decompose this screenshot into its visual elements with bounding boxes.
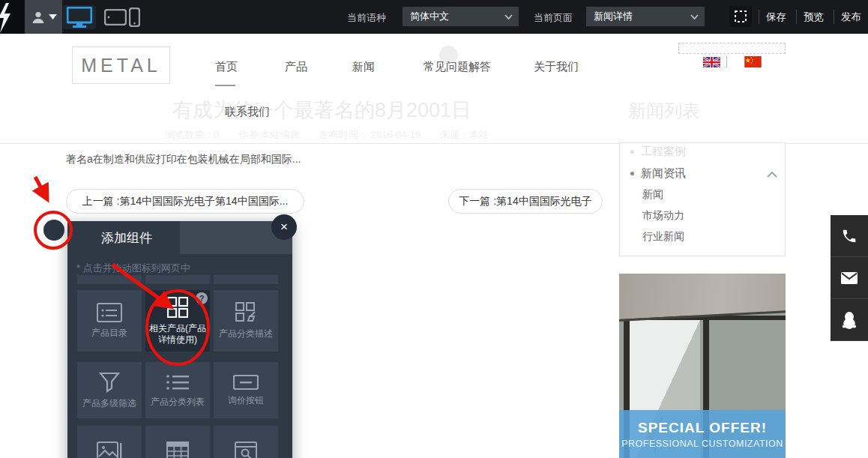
add-component-tab[interactable]: 添加组件 (67, 221, 180, 254)
tile-inquiry-button[interactable]: 询价按钮 (214, 362, 278, 418)
tile-search-component[interactable] (214, 426, 278, 458)
desktop-view-button[interactable] (63, 5, 96, 29)
nav-faq[interactable]: 常见问题解答 (424, 60, 491, 74)
divider (796, 10, 797, 24)
product-catalog-icon (97, 303, 122, 322)
bullet-icon (630, 150, 634, 154)
nav-home[interactable]: 首页 (215, 60, 238, 74)
qq-contact-button[interactable] (831, 299, 868, 341)
divider (726, 55, 727, 68)
sidebar-subitem-news[interactable]: 新闻 (642, 188, 663, 202)
tile-label: 询价按钮 (226, 395, 265, 406)
tile-label: 产品分类列表 (149, 397, 206, 408)
close-icon[interactable]: × (271, 214, 297, 240)
category-list-icon (166, 373, 190, 391)
nav-about[interactable]: 关于我们 (534, 60, 579, 74)
page-select[interactable]: 新闻详情 (586, 7, 705, 26)
chevron-down-icon (690, 14, 699, 19)
publish-button[interactable]: 发布 (841, 10, 861, 24)
site-logo[interactable]: METAL (72, 46, 170, 84)
nav-active-underline (215, 85, 235, 86)
tile-multi-filter[interactable]: 产品多级筛选 (77, 362, 142, 418)
user-menu[interactable] (25, 0, 62, 34)
mobile-icon (129, 7, 140, 27)
grid-select-button[interactable] (729, 6, 752, 27)
tile-label: 相关产品(产品详情使用) (145, 323, 210, 346)
tile-related-products[interactable]: ? 相关产品(产品详情使用) (145, 290, 210, 352)
inquiry-button-icon (233, 375, 259, 390)
divider (834, 10, 834, 24)
tile-category-description[interactable]: 产品分类描述 (214, 290, 278, 352)
uk-flag-icon[interactable] (703, 57, 720, 67)
component-tile-partial[interactable] (145, 275, 210, 284)
promo-caption: SPECIAL OFFER! PROFESSIONAL CUSTOMIZATIO… (619, 410, 786, 458)
sidebar-item-label: 工程案例 (641, 145, 686, 159)
phone-contact-button[interactable] (831, 215, 868, 257)
annotation-arrow-handle (35, 177, 46, 198)
tile-label: 产品目录 (90, 328, 129, 339)
tile-label: 产品分类描述 (217, 328, 274, 340)
language-value: 简体中文 (410, 10, 449, 23)
category-description-icon (235, 302, 256, 323)
promo-banner[interactable]: SPECIAL OFFER! PROFESSIONAL CUSTOMIZATIO… (619, 274, 786, 458)
divider (759, 10, 759, 24)
dashed-placeholder (678, 43, 786, 54)
desktop-icon (67, 7, 92, 28)
panel-hint: * 点击并拖动图标到网页中 (76, 262, 190, 275)
next-article-button[interactable]: 下一篇 :第14中国国际光电子 (448, 189, 603, 214)
envelope-icon (840, 271, 858, 285)
multi-filter-icon (99, 372, 120, 393)
sidebar-item-cases[interactable]: 工程案例 (630, 145, 686, 159)
china-flag-icon[interactable] (744, 56, 762, 67)
promo-subline: PROFESSIONAL CUSTOMIZATION (621, 439, 783, 449)
concrete-ceiling (619, 274, 786, 322)
meta-date: 发布时间： 2016-04-19 (319, 128, 421, 142)
preview-button[interactable]: 预览 (804, 10, 824, 24)
tile-table-component[interactable] (145, 426, 210, 458)
meta-source: 来源：本站 (440, 128, 489, 142)
add-component-panel: 添加组件 × * 点击并拖动图标到网页中 产品目录 ? 相关产品(产品详情使用)… (67, 221, 292, 458)
nav-contact[interactable]: 联系我们 (225, 105, 270, 119)
table-icon (166, 442, 189, 458)
email-contact-button[interactable] (831, 257, 868, 299)
nav-news[interactable]: 新闻 (352, 60, 375, 74)
nav-products[interactable]: 产品 (285, 60, 307, 74)
news-category-box: 工程案例 新闻资讯 新闻 市场动力 行业新闻 (619, 142, 786, 256)
tile-label: 产品多级筛选 (81, 398, 138, 409)
meta-views: 浏览数量：0 (165, 128, 219, 142)
phone-icon (841, 228, 858, 244)
sidebar-subitem-market[interactable]: 市场动力 (642, 209, 684, 223)
related-products-icon (167, 297, 188, 318)
component-tile-partial[interactable] (214, 275, 278, 284)
tablet-icon (104, 9, 127, 25)
contact-dock (831, 215, 868, 341)
mobile-view-button[interactable] (124, 5, 144, 29)
editor-toolbar: 当前语种 简体中文 当前页面 新闻详情 保存 预览 发布 (0, 0, 868, 34)
news-list-title: 新闻列表 (628, 99, 700, 123)
sidebar-subitem-industry[interactable]: 行业新闻 (642, 230, 684, 244)
sidebar-item-label: 新闻资讯 (641, 166, 686, 181)
chevron-up-icon[interactable] (767, 171, 777, 178)
editor-screen: 当前语种 简体中文 当前页面 新闻详情 保存 预览 发布 有成为的一个最著名的8… (0, 0, 868, 458)
meta-author: 作者:本站编辑 (238, 128, 300, 142)
tile-category-list[interactable]: 产品分类列表 (145, 362, 210, 418)
sidebar-item-news-info[interactable]: 新闻资讯 (630, 166, 686, 181)
help-icon[interactable]: ? (196, 292, 208, 304)
language-select[interactable]: 简体中文 (403, 7, 519, 26)
page-label: 当前页面 (534, 11, 573, 25)
search-window-icon (235, 442, 257, 458)
chevron-down-icon (49, 14, 57, 19)
component-tile-partial[interactable] (77, 275, 142, 284)
dashed-square-icon (734, 10, 747, 23)
tile-image-component[interactable] (77, 426, 142, 458)
bullet-icon (630, 172, 634, 175)
save-button[interactable]: 保存 (766, 10, 786, 24)
article-excerpt: 著名a在制造和供应打印在包装机械在局部和国际... (66, 153, 301, 166)
qq-penguin-icon (841, 311, 858, 329)
component-drag-handle[interactable] (43, 220, 64, 241)
tile-product-catalog[interactable]: 产品目录 (77, 290, 142, 352)
prev-article-button[interactable]: 上一篇 :第14中国国际光电子第14中国国际... (66, 189, 304, 214)
image-icon (97, 442, 122, 458)
article-meta: 浏览数量：0 作者:本站编辑 发布时间： 2016-04-19 来源：本站 (165, 128, 489, 142)
page-value: 新闻详情 (594, 10, 633, 23)
